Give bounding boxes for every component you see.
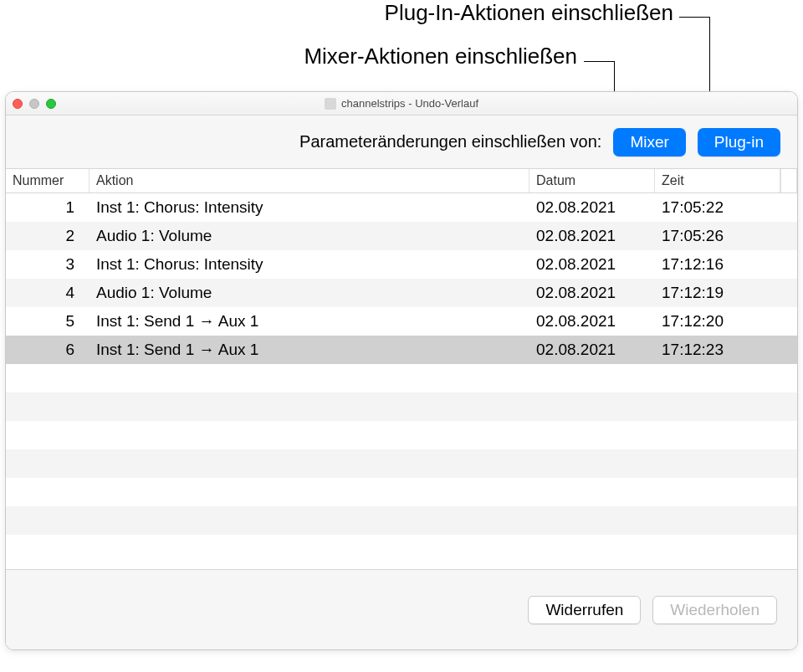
close-window-button[interactable] — [13, 99, 23, 109]
toolbar: Parameteränderungen einschließen von: Mi… — [6, 115, 797, 169]
table-row[interactable]: 6Inst 1: Send 1 → Aux 102.08.202117:12:2… — [6, 336, 797, 364]
titlebar: channelstrips - Undo-Verlauf — [6, 92, 797, 115]
undo-button[interactable]: Widerrufen — [528, 596, 641, 624]
empty-row — [6, 421, 797, 449]
window-title-wrap: channelstrips - Undo-Verlauf — [325, 97, 478, 110]
empty-row — [6, 506, 797, 535]
table-row[interactable]: 4Audio 1: Volume02.08.202117:12:19 — [6, 279, 797, 307]
cell-time: 17:12:19 — [655, 284, 780, 302]
annotation-mixer: Mixer-Aktionen einschließen — [234, 44, 577, 69]
cell-action: Inst 1: Chorus: Intensity — [90, 255, 529, 274]
cell-number: 5 — [6, 312, 90, 331]
document-icon — [325, 98, 336, 110]
cell-time: 17:12:23 — [655, 341, 780, 359]
mixer-button[interactable]: Mixer — [613, 128, 685, 156]
cell-date: 02.08.2021 — [529, 341, 655, 359]
table-row[interactable]: 3Inst 1: Chorus: Intensity02.08.202117:1… — [6, 250, 797, 279]
callout-line — [584, 61, 614, 62]
empty-row — [6, 478, 797, 506]
cell-date: 02.08.2021 — [529, 227, 655, 245]
column-date[interactable]: Datum — [529, 169, 655, 192]
zoom-window-button[interactable] — [46, 99, 56, 109]
cell-action: Inst 1: Send 1 → Aux 1 — [90, 341, 529, 359]
cell-number: 2 — [6, 227, 90, 245]
annotation-plugin: Plug-In-Aktionen einschließen — [289, 0, 673, 26]
table-row[interactable]: 1Inst 1: Chorus: Intensity02.08.202117:0… — [6, 193, 797, 222]
undo-history-window: channelstrips - Undo-Verlauf Parameterän… — [5, 91, 798, 650]
cell-number: 4 — [6, 284, 90, 302]
cell-time: 17:12:20 — [655, 312, 780, 331]
window-title: channelstrips - Undo-Verlauf — [341, 97, 478, 110]
cell-date: 02.08.2021 — [529, 255, 655, 274]
table-row[interactable]: 2Audio 1: Volume02.08.202117:05:26 — [6, 222, 797, 250]
table-row[interactable]: 5Inst 1: Send 1 → Aux 102.08.202117:12:2… — [6, 307, 797, 336]
table-header: Nummer Aktion Datum Zeit — [6, 169, 797, 193]
callout-line — [679, 17, 709, 18]
empty-row — [6, 364, 797, 392]
cell-number: 6 — [6, 341, 90, 359]
cell-time: 17:05:22 — [655, 198, 780, 217]
cell-action: Inst 1: Send 1 → Aux 1 — [90, 312, 529, 331]
cell-action: Audio 1: Volume — [90, 284, 529, 302]
plugin-button[interactable]: Plug-in — [698, 128, 780, 156]
cell-date: 02.08.2021 — [529, 284, 655, 302]
cell-action: Audio 1: Volume — [90, 227, 529, 245]
empty-row — [6, 392, 797, 421]
cell-action: Inst 1: Chorus: Intensity — [90, 198, 529, 217]
toolbar-label: Parameteränderungen einschließen von: — [299, 132, 601, 151]
cell-time: 17:12:16 — [655, 255, 780, 274]
cell-date: 02.08.2021 — [529, 312, 655, 331]
redo-button[interactable]: Wiederholen — [652, 596, 777, 624]
cell-number: 1 — [6, 198, 90, 217]
table-body[interactable]: 1Inst 1: Chorus: Intensity02.08.202117:0… — [6, 193, 797, 569]
column-spacer — [780, 169, 797, 192]
column-time[interactable]: Zeit — [655, 169, 780, 192]
empty-row — [6, 535, 797, 563]
cell-date: 02.08.2021 — [529, 198, 655, 217]
traffic-lights — [13, 99, 56, 109]
minimize-window-button[interactable] — [29, 99, 39, 109]
cell-time: 17:05:26 — [655, 227, 780, 245]
cell-number: 3 — [6, 255, 90, 274]
footer: Widerrufen Wiederholen — [6, 569, 797, 649]
empty-row — [6, 449, 797, 478]
column-action[interactable]: Aktion — [90, 169, 529, 192]
column-number[interactable]: Nummer — [6, 169, 90, 192]
